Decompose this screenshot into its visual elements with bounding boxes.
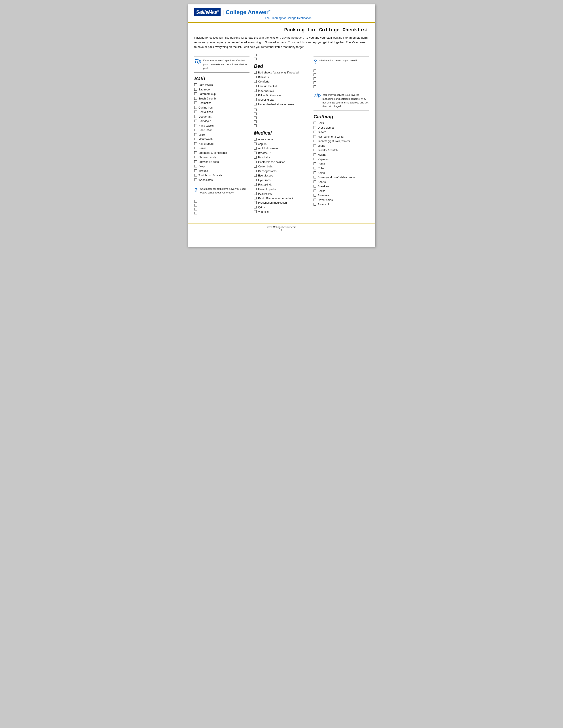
list-item: Razor — [194, 146, 249, 150]
checkbox[interactable] — [314, 131, 316, 133]
checkbox[interactable] — [314, 171, 316, 174]
checkbox[interactable] — [194, 124, 197, 127]
checkbox[interactable] — [314, 81, 316, 84]
checkbox[interactable] — [194, 138, 197, 140]
checkbox[interactable] — [194, 160, 197, 163]
checkbox[interactable] — [254, 94, 256, 96]
checkbox[interactable] — [194, 101, 197, 104]
checkbox[interactable] — [254, 103, 256, 105]
checkbox[interactable] — [314, 180, 316, 183]
checkbox[interactable] — [254, 80, 256, 83]
checkbox[interactable] — [314, 176, 316, 178]
checkbox[interactable] — [254, 165, 256, 168]
checkbox[interactable] — [194, 142, 197, 145]
checkbox[interactable] — [314, 77, 316, 80]
checkbox[interactable] — [194, 151, 197, 154]
checkbox[interactable] — [194, 133, 197, 136]
checkbox[interactable] — [254, 183, 256, 186]
bath-list: Bath towels Bathrobe Bathroom cup Brush … — [194, 83, 249, 182]
checkbox[interactable] — [314, 122, 316, 124]
checkbox[interactable] — [194, 129, 197, 131]
checkbox[interactable] — [254, 161, 256, 163]
list-item: Q-tips — [254, 206, 309, 210]
checkbox[interactable] — [254, 138, 256, 141]
checkbox[interactable] — [314, 140, 316, 142]
checkbox[interactable] — [254, 116, 256, 119]
checkbox[interactable] — [194, 165, 197, 167]
checkbox[interactable] — [194, 178, 197, 181]
list-item: Mattress pad — [254, 89, 309, 93]
checkbox[interactable] — [314, 190, 316, 192]
checkbox[interactable] — [194, 200, 197, 203]
checkbox[interactable] — [194, 212, 197, 214]
list-item: Electric blanket — [254, 84, 309, 88]
checkbox[interactable] — [194, 174, 197, 176]
checkbox[interactable] — [254, 85, 256, 87]
list-item: Shorts — [314, 180, 369, 184]
checkbox[interactable] — [254, 197, 256, 199]
tip-text-1: Dorm rooms aren't spacious. Contact your… — [203, 59, 249, 70]
checkbox[interactable] — [254, 147, 256, 150]
checkbox[interactable] — [314, 185, 316, 188]
question-box-2: ? What medical items do you need? — [314, 56, 369, 67]
checkbox[interactable] — [194, 106, 197, 109]
checkbox[interactable] — [314, 162, 316, 165]
checkbox[interactable] — [254, 156, 256, 159]
checkbox[interactable] — [254, 152, 256, 154]
checkbox[interactable] — [194, 111, 197, 113]
blank-line — [254, 113, 309, 115]
checkbox[interactable] — [314, 199, 316, 201]
checkbox[interactable] — [254, 113, 256, 115]
checkbox[interactable] — [194, 147, 197, 149]
checkbox[interactable] — [254, 192, 256, 195]
checkbox[interactable] — [314, 135, 316, 138]
checkbox[interactable] — [254, 179, 256, 181]
checkbox[interactable] — [254, 71, 256, 74]
checkbox[interactable] — [254, 89, 256, 92]
question-text-2: What medical items do you need? — [319, 59, 357, 62]
checkbox[interactable] — [254, 188, 256, 190]
checkbox[interactable] — [194, 97, 197, 100]
checkbox[interactable] — [194, 156, 197, 158]
checkbox[interactable] — [254, 54, 256, 56]
checkbox[interactable] — [254, 206, 256, 208]
bath-title: Bath — [194, 76, 249, 81]
list-item: Decongestants — [254, 169, 309, 173]
checkbox[interactable] — [194, 120, 197, 122]
list-item: Under-the-bed storage boxes — [254, 103, 309, 107]
checkbox[interactable] — [314, 158, 316, 160]
checkbox[interactable] — [314, 126, 316, 129]
checkbox[interactable] — [314, 85, 316, 88]
list-item: Comforter — [254, 80, 309, 84]
checkbox[interactable] — [194, 115, 197, 118]
checkbox[interactable] — [194, 83, 197, 86]
checkbox[interactable] — [254, 210, 256, 213]
checkbox[interactable] — [254, 201, 256, 204]
checkbox[interactable] — [194, 169, 197, 172]
checkbox[interactable] — [254, 109, 256, 111]
checkbox[interactable] — [314, 73, 316, 76]
list-item: Curling iron — [194, 106, 249, 110]
checkbox[interactable] — [194, 92, 197, 95]
blank-line — [314, 77, 369, 80]
checkbox[interactable] — [254, 58, 256, 60]
checkbox[interactable] — [254, 120, 256, 123]
checkbox[interactable] — [314, 144, 316, 147]
checkbox[interactable] — [194, 204, 197, 206]
checkbox[interactable] — [314, 194, 316, 197]
checkbox[interactable] — [254, 98, 256, 101]
checkbox[interactable] — [254, 143, 256, 145]
checkbox[interactable] — [254, 170, 256, 172]
checkbox[interactable] — [314, 69, 316, 72]
checkbox[interactable] — [314, 167, 316, 169]
checkbox[interactable] — [314, 153, 316, 156]
checkbox[interactable] — [194, 208, 197, 210]
checkbox[interactable] — [254, 76, 256, 78]
checkbox[interactable] — [254, 174, 256, 177]
list-item: Belts — [314, 121, 369, 125]
checkbox[interactable] — [314, 149, 316, 151]
blank-line — [314, 81, 369, 84]
checkbox[interactable] — [314, 203, 316, 206]
checkbox[interactable] — [194, 88, 197, 91]
checkbox[interactable] — [254, 124, 256, 127]
